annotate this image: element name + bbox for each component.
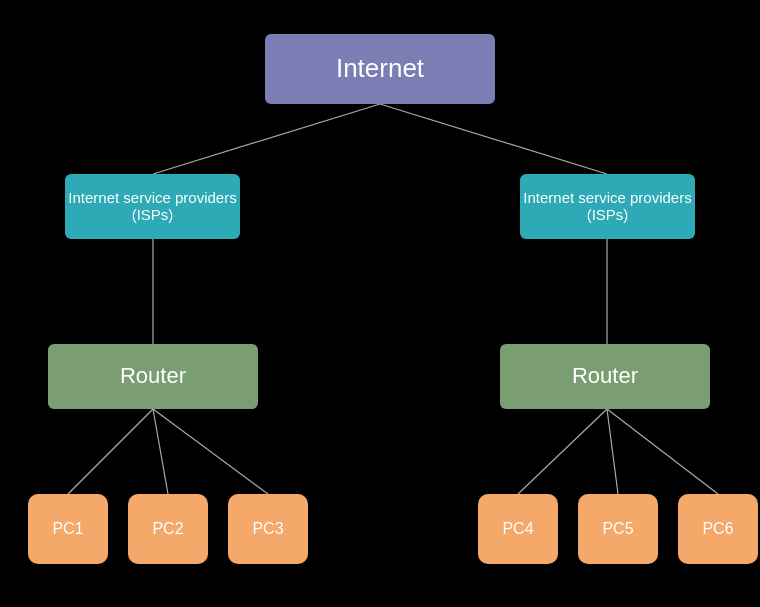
pc2-label: PC2 [152,520,183,538]
pc5-node: PC5 [578,494,658,564]
svg-line-6 [153,409,268,494]
svg-line-9 [607,409,718,494]
network-diagram: Internet Internet service providers (ISP… [10,14,750,594]
pc4-node: PC4 [478,494,558,564]
svg-line-7 [518,409,607,494]
pc5-label: PC5 [602,520,633,538]
svg-line-0 [153,104,380,174]
svg-line-5 [153,409,168,494]
pc1-node: PC1 [28,494,108,564]
router-right-label: Router [572,363,638,389]
pc6-node: PC6 [678,494,758,564]
pc6-label: PC6 [702,520,733,538]
pc4-label: PC4 [502,520,533,538]
internet-node: Internet [265,34,495,104]
router-left-node: Router [48,344,258,409]
internet-label: Internet [336,53,424,84]
isp-left-label: Internet service providers (ISPs) [65,189,240,223]
router-left-label: Router [120,363,186,389]
pc3-label: PC3 [252,520,283,538]
isp-right-node: Internet service providers (ISPs) [520,174,695,239]
router-right-node: Router [500,344,710,409]
pc2-node: PC2 [128,494,208,564]
pc3-node: PC3 [228,494,308,564]
svg-line-8 [607,409,618,494]
svg-line-4 [68,409,153,494]
isp-left-node: Internet service providers (ISPs) [65,174,240,239]
svg-line-1 [380,104,607,174]
pc1-label: PC1 [52,520,83,538]
isp-right-label: Internet service providers (ISPs) [520,189,695,223]
